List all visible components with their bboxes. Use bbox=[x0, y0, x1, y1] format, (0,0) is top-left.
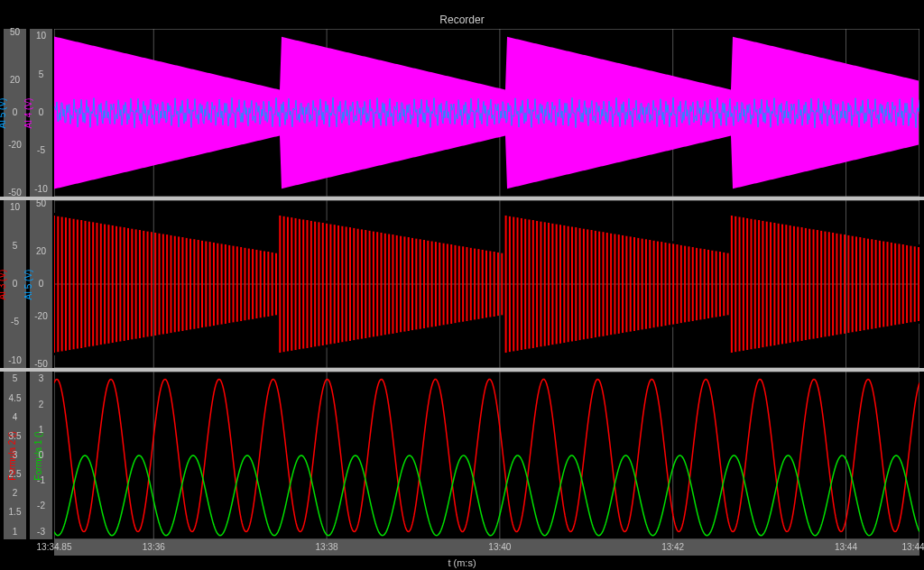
panel3-plot-area[interactable] bbox=[54, 372, 919, 539]
panel2-svg bbox=[54, 200, 919, 368]
panel1-axis-ai4: AI 4 (V) -10-50510 bbox=[30, 29, 52, 197]
panel3-axis-formula1: Formula 1 () -3-2-10123 bbox=[30, 372, 52, 539]
xaxis-area: t (m:s) 13:34.8513:3613:3813:4013:4213:4… bbox=[0, 539, 924, 570]
panel2-axis-ai5: AI 5 (V) -50-2002050 bbox=[30, 200, 52, 368]
panel2-axis-ai3: AI 3 (V) -10-50510 bbox=[4, 200, 26, 368]
recorder-app: Recorder AI 5 (V) -50-2002050 AI 4 (V) -… bbox=[0, 0, 924, 570]
panel3-svg bbox=[54, 372, 919, 539]
panel3-axis-formula2: Formula 2 () 11.522.533.544.55 bbox=[4, 372, 26, 539]
panel1-svg bbox=[54, 29, 919, 197]
panel1-axis-ai5: AI 5 (V) -50-2002050 bbox=[4, 29, 26, 197]
panel2-plot-area[interactable] bbox=[54, 200, 919, 368]
xaxis-label: t (m:s) bbox=[0, 557, 924, 568]
plot-panel-3: Formula 2 () 11.522.533.544.55 Formula 1… bbox=[0, 372, 924, 539]
plot-panel-2: AI 3 (V) -10-50510 AI 5 (V) -50-2002050 bbox=[0, 200, 924, 368]
plot-panel-1: AI 5 (V) -50-2002050 AI 4 (V) -10-50510 bbox=[0, 29, 924, 197]
panel1-plot-area[interactable] bbox=[54, 29, 919, 197]
page-title: Recorder bbox=[0, 14, 924, 26]
